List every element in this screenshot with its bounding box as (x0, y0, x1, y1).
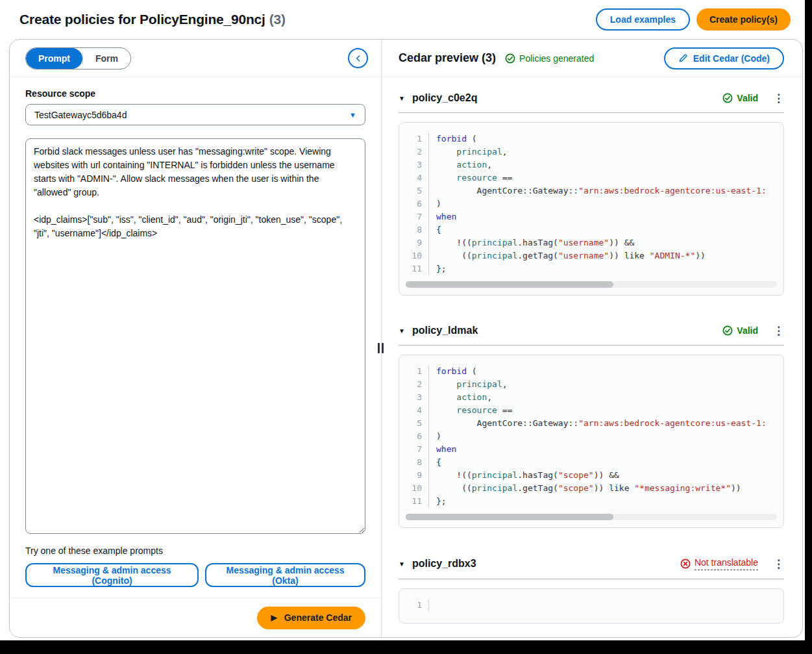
collapse-caret-icon[interactable]: ▼ (399, 560, 405, 568)
policy-header: ▼policy_rdbx3Not translatable⋮ (399, 557, 784, 579)
line-number: 5 (399, 417, 428, 430)
header-actions: Load examples Create policy(s) (596, 8, 791, 31)
policy-status-badge: Valid (722, 325, 758, 336)
cedar-code-editor[interactable]: 1 (399, 588, 784, 623)
create-policy-button[interactable]: Create policy(s) (696, 8, 791, 31)
mode-toggle: Prompt Form (25, 47, 131, 69)
policy-status-badge: Valid (722, 93, 758, 103)
code-line: 3 action, (399, 391, 783, 404)
resource-scope-label: Resource scope (25, 88, 365, 99)
code-line: 11}; (399, 495, 783, 508)
chevron-left-icon (354, 55, 362, 62)
line-number: 6 (399, 197, 428, 210)
line-number: 5 (399, 184, 428, 197)
generate-cedar-label: Generate Cedar (284, 612, 352, 623)
code-line: 10 ((principal.getTag("scope")) like "*m… (399, 482, 783, 495)
policy-status-label: Not translatable (695, 557, 758, 570)
line-number: 6 (399, 430, 428, 443)
load-examples-button[interactable]: Load examples (596, 8, 690, 31)
policy-name: policy_ldmak (412, 325, 478, 336)
horizontal-scrollbar (406, 514, 777, 520)
code-line: 2 principal, (399, 378, 783, 391)
resource-scope-value: TestGatewayc5d6ba4d (34, 110, 127, 120)
page-title-text: Create policies for PolicyEngine_90ncj (19, 12, 265, 27)
line-number: 8 (399, 456, 428, 469)
example-cognito-button[interactable]: Messaging & admin access (Cognito) (25, 563, 199, 587)
code-line: 8{ (399, 223, 783, 236)
caret-down-icon: ▼ (349, 111, 356, 119)
cedar-preview-toolbar: Cedar preview (3) Policies generated Edi… (382, 40, 802, 77)
line-number: 7 (399, 210, 428, 223)
code-line: 9 !((principal.hasTag("scope")) && (399, 469, 783, 482)
code-line: 6) (399, 430, 783, 443)
line-number: 4 (399, 404, 428, 417)
code-line: 4 resource == (399, 171, 783, 184)
cedar-code-editor[interactable]: 1forbid (2 principal,3 action,4 resource… (399, 355, 784, 528)
check-circle-icon (722, 325, 733, 336)
example-okta-button[interactable]: Messaging & admin access (Okta) (205, 563, 365, 587)
code-line: 5 AgentCore::Gateway::"arn:aws:bedrock-a… (399, 184, 783, 197)
line-number: 9 (399, 469, 428, 482)
code-line: 4 resource == (399, 404, 783, 417)
line-number: 1 (399, 132, 428, 145)
line-number: 10 (399, 482, 428, 495)
line-number: 11 (399, 262, 428, 275)
prompt-panel-body: Resource scope TestGatewayc5d6ba4d ▼ For… (10, 77, 381, 597)
panel-resize-handle-icon[interactable] (376, 342, 385, 354)
tab-prompt[interactable]: Prompt (26, 48, 82, 69)
page-title: Create policies for PolicyEngine_90ncj(3… (19, 12, 286, 27)
policy-header: ▼policy_ldmakValid⋮ (399, 325, 784, 346)
code-line: 8{ (399, 456, 783, 469)
policy-section: ▼policy_ldmakValid⋮1forbid (2 principal,… (399, 325, 784, 528)
line-number: 8 (399, 223, 428, 236)
policy-section: ▼policy_c0e2qValid⋮1forbid (2 principal,… (399, 92, 784, 296)
edit-cedar-button[interactable]: Edit Cedar (Code) (664, 47, 784, 69)
policy-list: ▼policy_c0e2qValid⋮1forbid (2 principal,… (382, 77, 802, 637)
app-screen: Create policies for PolicyEngine_90ncj(3… (0, 0, 805, 640)
prompt-input[interactable]: Forbid slack messages unless user has "m… (25, 138, 365, 534)
line-number: 3 (399, 391, 428, 404)
play-icon: ▶ (271, 614, 277, 622)
kebab-menu-icon[interactable]: ⋮ (773, 325, 784, 336)
kebab-menu-icon[interactable]: ⋮ (773, 559, 784, 570)
collapse-panel-button[interactable] (348, 48, 368, 68)
cedar-preview-panel: Cedar preview (3) Policies generated Edi… (382, 40, 802, 637)
collapse-caret-icon[interactable]: ▼ (399, 327, 405, 334)
policies-generated-status: Policies generated (505, 53, 594, 64)
code-line: 10 ((principal.getTag("username")) like … (399, 249, 783, 262)
cedar-code-editor[interactable]: 1forbid (2 principal,3 action,4 resource… (399, 122, 784, 296)
scrollbar-thumb[interactable] (406, 514, 613, 520)
cedar-preview-title: Cedar preview (3) (399, 51, 496, 65)
line-number: 1 (399, 599, 428, 612)
collapse-caret-icon[interactable]: ▼ (399, 95, 405, 102)
kebab-menu-icon[interactable]: ⋮ (773, 93, 784, 104)
tab-form[interactable]: Form (83, 48, 130, 69)
line-number: 10 (399, 249, 428, 262)
policy-section: ▼policy_rdbx3Not translatable⋮1 (399, 557, 784, 623)
code-line: 1forbid ( (399, 132, 783, 145)
policy-name: policy_c0e2q (412, 92, 478, 104)
code-line: 2 principal, (399, 145, 783, 158)
code-line: 7when (399, 443, 783, 456)
examples-hint: Try one of these example prompts (25, 546, 365, 556)
code-line: 1 (399, 599, 783, 612)
generate-cedar-button[interactable]: ▶ Generate Cedar (257, 607, 365, 629)
resource-scope-select[interactable]: TestGatewayc5d6ba4d ▼ (25, 104, 365, 125)
policy-status-badge[interactable]: Not translatable (680, 557, 758, 570)
edit-cedar-label: Edit Cedar (Code) (693, 53, 770, 64)
line-number: 3 (399, 158, 428, 171)
code-line: 9 !((principal.hasTag("username")) && (399, 236, 783, 249)
page-header: Create policies for PolicyEngine_90ncj(3… (0, 0, 805, 39)
check-circle-icon (505, 53, 515, 64)
line-number: 9 (399, 236, 428, 249)
create-policies-card: Prompt Form Resource scope TestGatewayc5… (9, 39, 803, 638)
example-buttons: Messaging & admin access (Cognito) Messa… (25, 563, 365, 587)
policy-name: policy_rdbx3 (412, 558, 476, 570)
line-number: 2 (399, 378, 428, 391)
policy-status-label: Valid (737, 325, 758, 336)
check-circle-icon (722, 93, 733, 103)
policy-header: ▼policy_c0e2qValid⋮ (399, 92, 784, 113)
code-line: 3 action, (399, 158, 783, 171)
scrollbar-thumb[interactable] (406, 281, 613, 288)
generate-row: ▶ Generate Cedar (10, 597, 381, 637)
